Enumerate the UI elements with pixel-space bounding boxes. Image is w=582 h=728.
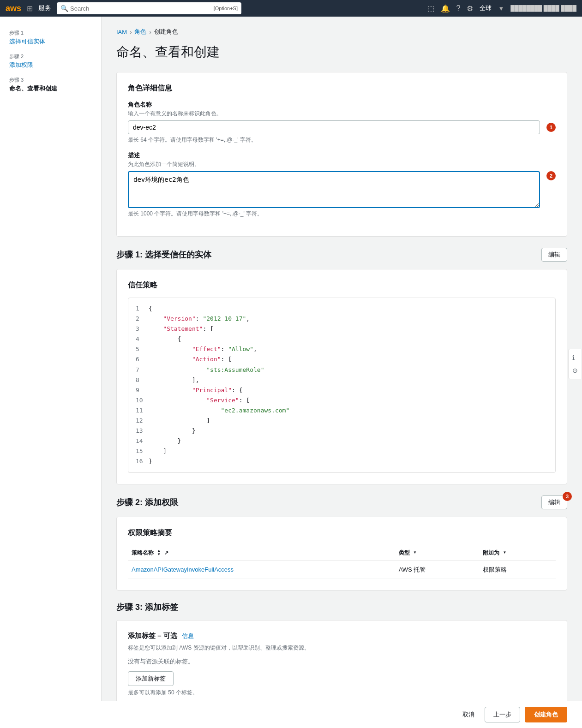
step2-section: 步骤 2: 添加权限 编辑 3 权限策略摘要 策略名称 ▲: [116, 495, 567, 591]
breadcrumb: IAM › 角色 › 创建角色: [116, 28, 567, 36]
account-info[interactable]: ████████ ████ ████: [510, 5, 576, 12]
permissions-title: 权限策略摘要: [128, 528, 556, 538]
role-desc-field: 描述 为此角色添加一个简短说明。 dev环境的ec2角色 2 最长 1000 个…: [128, 151, 556, 218]
policy-attached-cell: 权限策略: [479, 561, 556, 579]
step1-title: 步骤 1: 选择受信任的实体: [116, 249, 211, 260]
role-name-input[interactable]: [128, 120, 540, 134]
add-tag-button[interactable]: 添加新标签: [128, 671, 174, 686]
breadcrumb-sep-2: ›: [149, 29, 151, 36]
sidebar-step-1: 步骤 1 选择可信实体: [0, 26, 101, 49]
role-details-card: 角色详细信息 角色名称 输入一个有意义的名称来标识此角色。 1 最长 64 个字…: [116, 72, 567, 237]
sidebar-step-2: 步骤 2 添加权限: [0, 49, 101, 73]
help-icon[interactable]: ?: [456, 4, 461, 12]
step3-label: 步骤 3: [9, 77, 92, 84]
breadcrumb-roles[interactable]: 角色: [134, 28, 146, 36]
role-desc-label: 描述: [128, 151, 556, 160]
table-row: AmazonAPIGatewayInvokeFullAccess AWS 托管 …: [128, 561, 556, 579]
top-navigation: aws ⊞ 服务 🔍 [Option+S] ⬚ 🔔 ? ⚙ 全球 ▼ █████…: [0, 0, 582, 17]
tags-hint: 最多可以再添加 50 个标签。: [128, 689, 556, 697]
create-role-button[interactable]: 创建角色: [525, 707, 567, 722]
search-input[interactable]: [70, 5, 212, 12]
sidebar-step-3: 步骤 3 命名、查看和创建: [0, 73, 101, 96]
step1-section: 步骤 1: 选择受信任的实体 编辑 信任策略 1{ 2 "Version": "…: [116, 248, 567, 484]
step2-title: 步骤 2: 添加权限: [116, 497, 178, 508]
role-name-desc: 输入一个有意义的名称来标识此角色。: [128, 110, 556, 118]
side-collapse-panel: ℹ ⊙: [568, 349, 582, 379]
permissions-card: 权限策略摘要 策略名称 ▲ ▼ ↗: [116, 517, 567, 591]
side-icon-1[interactable]: ℹ: [570, 352, 580, 363]
step3-section: 步骤 3: 添加标签 添加标签 – 可选 信息 标签是您可以添加到 AWS 资源…: [116, 602, 567, 708]
role-desc-placeholder-label: 为此角色添加一个简短说明。: [128, 161, 556, 168]
permissions-table: 策略名称 ▲ ▼ ↗ 类型 ▼: [128, 545, 556, 579]
trust-policy-card: 信任策略 1{ 2 "Version": "2012-10-17", 3 "St…: [116, 269, 567, 484]
trust-policy-code: 1{ 2 "Version": "2012-10-17", 3 "Stateme…: [128, 298, 556, 473]
search-icon: 🔍: [60, 5, 68, 12]
trust-policy-title: 信任策略: [128, 280, 556, 290]
search-shortcut: [Option+S]: [214, 6, 238, 11]
col-attached-as[interactable]: 附加为 ▼: [479, 545, 556, 561]
prev-button[interactable]: 上一步: [485, 707, 520, 722]
apps-grid-icon[interactable]: ⊞: [27, 4, 33, 13]
step2-header: 步骤 2: 添加权限 编辑 3: [116, 495, 567, 509]
tags-optional-label: 添加标签 – 可选: [128, 632, 177, 639]
name-badge: 1: [546, 123, 556, 132]
region-selector[interactable]: 全球: [480, 4, 492, 12]
tags-empty: 没有与资源关联的标签。: [128, 657, 556, 666]
step2-label: 步骤 2: [9, 53, 92, 60]
search-bar[interactable]: 🔍 [Option+S]: [57, 2, 241, 14]
policy-type-cell: AWS 托管: [395, 561, 479, 579]
policy-link[interactable]: AmazonAPIGatewayInvokeFullAccess: [132, 566, 234, 573]
side-icon-2[interactable]: ⊙: [570, 365, 580, 376]
breadcrumb-current: 创建角色: [154, 28, 178, 36]
tags-header: 添加标签 – 可选 信息: [128, 632, 556, 640]
role-name-field: 角色名称 输入一个有意义的名称来标识此角色。 1 最长 64 个字符。请使用字母…: [128, 101, 556, 144]
role-name-hint: 最长 64 个字符。请使用字母数字和 '+=,.@-_' 字符。: [128, 136, 556, 144]
step2-edit-wrapper: 编辑 3: [541, 495, 567, 509]
step3-header: 步骤 3: 添加标签: [116, 602, 567, 613]
sidebar-item-step2[interactable]: 添加权限: [9, 61, 33, 68]
breadcrumb-sep-1: ›: [130, 29, 132, 36]
tags-card: 添加标签 – 可选 信息 标签是您可以添加到 AWS 资源的键值对，以帮助识别、…: [116, 620, 567, 708]
desc-badge: 2: [546, 171, 556, 180]
role-details-title: 角色详细信息: [128, 84, 556, 93]
terminal-icon[interactable]: ⬚: [427, 4, 434, 13]
sidebar: 步骤 1 选择可信实体 步骤 2 添加权限 步骤 3 命名、查看和创建: [0, 17, 102, 728]
main-content: IAM › 角色 › 创建角色 命名、查看和创建 角色详细信息 角色名称 输入一…: [102, 17, 582, 728]
step1-edit-button[interactable]: 编辑: [541, 248, 567, 262]
edit2-badge: 3: [563, 492, 572, 501]
policy-name-cell: AmazonAPIGatewayInvokeFullAccess: [128, 561, 395, 579]
step1-header: 步骤 1: 选择受信任的实体 编辑: [116, 248, 567, 262]
col-policy-name[interactable]: 策略名称 ▲ ▼ ↗: [128, 545, 395, 561]
aws-logo-text: aws: [6, 4, 21, 13]
page-title: 命名、查看和创建: [116, 43, 567, 61]
cancel-button[interactable]: 取消: [457, 708, 480, 722]
breadcrumb-iam[interactable]: IAM: [116, 29, 127, 36]
bell-icon[interactable]: 🔔: [441, 4, 450, 13]
settings-icon[interactable]: ⚙: [467, 4, 473, 13]
role-desc-hint: 最长 1000 个字符。请使用字母数字和 '+=,.@-_' 字符。: [128, 210, 556, 218]
sidebar-item-step1[interactable]: 选择可信实体: [9, 38, 45, 45]
tags-info-link[interactable]: 信息: [182, 633, 194, 639]
sidebar-item-step3-current: 命名、查看和创建: [9, 84, 92, 93]
service-label: 服务: [38, 4, 51, 12]
step1-label: 步骤 1: [9, 30, 92, 36]
role-desc-textarea[interactable]: dev环境的ec2角色: [128, 171, 540, 208]
bottom-bar: 取消 上一步 创建角色: [0, 701, 582, 728]
nav-right: ⬚ 🔔 ? ⚙ 全球 ▼ ████████ ████ ████: [427, 4, 576, 13]
col-type[interactable]: 类型 ▼: [395, 545, 479, 561]
step3-title: 步骤 3: 添加标签: [116, 602, 178, 613]
tags-desc: 标签是您可以添加到 AWS 资源的键值对，以帮助识别、整理或搜索资源。: [128, 644, 556, 652]
aws-logo[interactable]: aws: [6, 4, 21, 13]
role-name-label: 角色名称: [128, 101, 556, 109]
